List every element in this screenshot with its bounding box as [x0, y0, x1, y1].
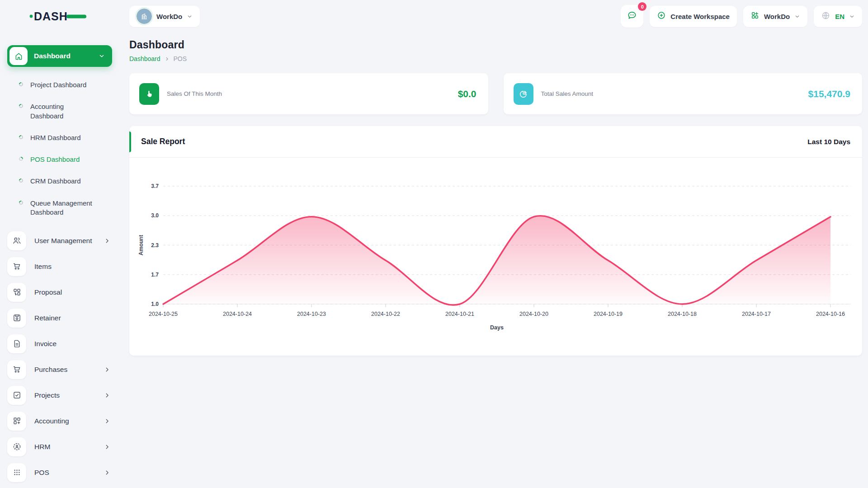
workspace-dropdown[interactable]: WorkDo — [743, 6, 807, 27]
stat-card-sales-this-month: Sales Of This Month $0.0 — [129, 73, 488, 114]
chevron-down-icon — [794, 14, 800, 19]
chevron-right-icon — [104, 444, 110, 450]
stat-value: $0.0 — [458, 89, 476, 99]
sale-report-card: Sale Report Last 10 Days 3.73.02.31.71.0… — [129, 126, 862, 356]
svg-text:2.3: 2.3 — [151, 242, 159, 249]
workspace-name: WorkDo — [156, 13, 182, 20]
accounting-icon — [7, 412, 26, 431]
sidebar-item-accounting[interactable]: Accounting — [0, 408, 120, 434]
messages-button[interactable]: 0 — [621, 5, 643, 28]
sale-report-area-chart: 3.73.02.31.71.02024-10-252024-10-242024-… — [129, 165, 862, 346]
sidebar-item-crm[interactable]: CRM — [0, 485, 120, 488]
sidebar-subitem-accounting-dashboard[interactable]: Accounting Dashboard — [0, 96, 120, 127]
sidebar-item-dashboard[interactable]: Dashboard — [7, 45, 112, 67]
svg-text:1.7: 1.7 — [151, 272, 159, 278]
sidebar-subitem-crm-dashboard[interactable]: CRM Dashboard — [0, 170, 120, 192]
sidebar-item-pos[interactable]: POS — [0, 460, 120, 485]
sidebar-item-user-management[interactable]: User Management — [0, 228, 120, 253]
svg-text:3.7: 3.7 — [151, 183, 159, 189]
stat-label: Sales Of This Month — [167, 90, 458, 97]
card-accent-bar — [129, 131, 131, 152]
chevron-right-icon — [104, 469, 110, 476]
stat-label: Total Sales Amount — [541, 90, 808, 97]
page-title: Dashboard — [129, 39, 862, 51]
svg-text:2024-10-19: 2024-10-19 — [594, 311, 623, 317]
chart-range-label: Last 10 Days — [807, 138, 850, 146]
home-icon — [9, 47, 28, 65]
hrm-icon — [7, 437, 26, 456]
language-code: EN — [835, 13, 844, 20]
sidebar-item-invoice[interactable]: Invoice — [0, 331, 120, 357]
create-workspace-label: Create Workspace — [670, 13, 730, 20]
svg-text:2024-10-18: 2024-10-18 — [668, 311, 697, 317]
topbar-actions: 0 Create Workspace — [621, 5, 862, 28]
cart-icon — [7, 360, 26, 379]
grid-plus-icon — [750, 11, 760, 22]
create-workspace-button[interactable]: Create Workspace — [650, 6, 737, 27]
sidebar-subitem-label: Accounting Dashboard — [30, 102, 98, 121]
sidebar-item-retainer[interactable]: Retainer — [0, 305, 120, 331]
svg-text:2024-10-21: 2024-10-21 — [445, 311, 474, 317]
brand-name: DASH — [34, 10, 68, 23]
sidebar-subitem-queue-management-dashboard[interactable]: Queue Management Dashboard — [0, 192, 120, 224]
bullet-icon — [18, 134, 24, 140]
svg-text:2024-10-22: 2024-10-22 — [371, 311, 400, 317]
retainer-icon — [7, 309, 26, 328]
sidebar-subitem-pos-dashboard[interactable]: POS Dashboard — [0, 149, 120, 170]
chevron-down-icon — [187, 14, 193, 19]
projects-icon — [7, 386, 26, 405]
page-head: Dashboard Dashboard POS — [129, 39, 862, 62]
tap-hand-icon — [139, 83, 159, 105]
bullet-icon — [18, 178, 24, 183]
breadcrumb: Dashboard POS — [129, 55, 862, 62]
sidebar-subitem-label: CRM Dashboard — [30, 177, 81, 186]
chat-icon — [627, 10, 637, 23]
sidebar-sections: User ManagementItemsProposalRetainerInvo… — [0, 228, 120, 488]
sidebar-subitem-label: POS Dashboard — [30, 155, 80, 164]
sidebar-item-label: POS — [34, 469, 96, 477]
sidebar-item-label: User Management — [34, 237, 96, 245]
workspace-avatar — [137, 9, 152, 24]
svg-text:Amount: Amount — [138, 235, 144, 255]
sidebar-item-projects[interactable]: Projects — [0, 382, 120, 408]
globe-icon — [821, 11, 830, 22]
language-selector[interactable]: EN — [814, 6, 862, 27]
bullet-icon — [18, 200, 24, 206]
chart-header: Sale Report Last 10 Days — [129, 126, 862, 158]
bullet-icon — [18, 81, 24, 87]
sidebar-item-label: Proposal — [34, 288, 110, 296]
sidebar-item-items[interactable]: Items — [0, 253, 120, 279]
sidebar: DASH Dashboard Project DashboardAccounti… — [0, 0, 120, 488]
topbar: WorkDo 0 — [129, 0, 862, 33]
svg-text:2024-10-25: 2024-10-25 — [149, 311, 178, 317]
sidebar-item-hrm[interactable]: HRM — [0, 434, 120, 460]
svg-text:2024-10-16: 2024-10-16 — [816, 311, 845, 317]
brand-logo[interactable]: DASH — [0, 0, 120, 33]
sidebar-item-label: Items — [34, 263, 110, 271]
sidebar-item-label: Accounting — [34, 417, 96, 425]
chevron-right-icon — [104, 392, 110, 399]
pie-chart-icon — [514, 83, 533, 105]
sidebar-item-purchases[interactable]: Purchases — [0, 357, 120, 382]
bullet-icon — [18, 103, 24, 109]
svg-text:Days: Days — [490, 324, 504, 331]
sidebar-subitem-label: HRM Dashboard — [30, 133, 81, 142]
chevron-right-icon — [165, 56, 170, 61]
svg-text:2024-10-17: 2024-10-17 — [742, 311, 771, 317]
breadcrumb-link-dashboard[interactable]: Dashboard — [129, 55, 160, 62]
chevron-down-icon — [849, 14, 855, 19]
invoice-icon — [7, 334, 26, 353]
bullet-icon — [18, 156, 24, 162]
chevron-right-icon — [104, 418, 110, 424]
messages-badge: 0 — [638, 2, 646, 11]
app-root: DASH Dashboard Project DashboardAccounti… — [0, 0, 868, 488]
dash-logo-icon: DASH — [29, 8, 88, 24]
sidebar-item-proposal[interactable]: Proposal — [0, 279, 120, 305]
sidebar-subitem-hrm-dashboard[interactable]: HRM Dashboard — [0, 127, 120, 149]
svg-text:3.0: 3.0 — [151, 212, 159, 219]
workspace-selector[interactable]: WorkDo — [129, 6, 200, 27]
chevron-down-icon — [99, 53, 105, 59]
stat-value: $15,470.9 — [808, 89, 850, 99]
sidebar-subitem-project-dashboard[interactable]: Project Dashboard — [0, 74, 120, 96]
svg-text:1.0: 1.0 — [151, 301, 159, 307]
